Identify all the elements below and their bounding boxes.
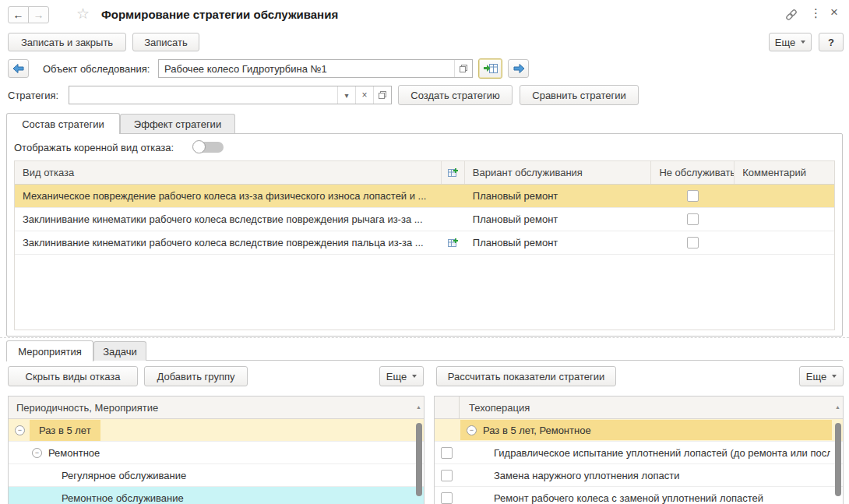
column-header-no-service[interactable]: Не обслуживать xyxy=(651,161,735,184)
hide-failure-kinds-label: Скрыть виды отказа xyxy=(26,371,121,382)
operation-label: Гидравлическое испытание уплотнений лопа… xyxy=(494,442,830,463)
operation-checkbox[interactable] xyxy=(441,447,453,459)
events-scrollbar-thumb[interactable] xyxy=(416,423,422,496)
compare-strategies-button[interactable]: Сравнить стратегии xyxy=(520,85,639,105)
toggle-knob xyxy=(192,140,206,153)
column-header-failure-kind[interactable]: Вид отказа xyxy=(15,161,442,184)
next-object-button[interactable] xyxy=(508,59,529,78)
operations-more-button[interactable]: Еще xyxy=(799,366,844,386)
strategy-label: Стратегия: xyxy=(8,90,58,101)
maintenance-strategy-window: ← → ☆ Формирование стратегии обслуживани… xyxy=(0,0,849,504)
compare-strategies-label: Сравнить стратегии xyxy=(532,90,625,101)
operation-checkbox[interactable] xyxy=(441,492,453,504)
operations-scrollbar-thumb[interactable] xyxy=(835,423,841,496)
ops-row-1[interactable]: Гидравлическое испытание уплотнений лопа… xyxy=(435,442,843,464)
strategy-open-button[interactable] xyxy=(373,86,391,104)
events-header-label: Периодичность, Мероприятие xyxy=(9,402,158,414)
operations-panel-header[interactable]: Техоперация xyxy=(435,397,843,419)
tree-cell: Ремонтное обслуживание xyxy=(62,492,184,504)
no-service-checkbox[interactable] xyxy=(687,213,699,225)
tab-events[interactable]: Мероприятия xyxy=(6,340,93,361)
no-service-checkbox[interactable] xyxy=(687,190,699,202)
ops-group-label: Раз в 5 лет, Ремонтное xyxy=(483,425,591,436)
tree-cell: Регулярное обслуживание xyxy=(62,470,186,481)
failure-row-2[interactable]: Заклинивание кинематики рабочего колеса … xyxy=(15,208,834,231)
add-group-label: Добавить группу xyxy=(157,371,235,382)
failure-text: Механическое повреждение рабочего колеса… xyxy=(15,185,442,207)
events-more-button[interactable]: Еще xyxy=(379,366,424,386)
object-open-button[interactable] xyxy=(454,60,472,77)
ops-row-2[interactable]: Замена наружного уплотнения лопасти xyxy=(435,464,843,487)
collapse-icon[interactable]: − xyxy=(467,425,477,435)
prev-object-button[interactable] xyxy=(8,59,29,78)
close-icon[interactable]: × xyxy=(830,5,838,20)
add-group-button[interactable]: Добавить группу xyxy=(144,366,248,386)
chevron-down-icon xyxy=(832,375,837,378)
service-variant: Плановый ремонт xyxy=(465,208,652,231)
table-green-arrow-icon xyxy=(483,62,498,75)
toolbar-more-button[interactable]: Еще xyxy=(769,33,812,51)
chevron-down-icon xyxy=(412,375,417,378)
create-strategy-button[interactable]: Создать стратегию xyxy=(398,85,513,105)
events-panel-header[interactable]: Периодичность, Мероприятие xyxy=(9,397,424,419)
nav-back-button[interactable]: ← xyxy=(8,6,29,23)
tree-cell: Раз в 5 лет xyxy=(30,420,100,441)
scroll-up-icon[interactable]: ▲ xyxy=(835,404,840,410)
open-form-icon xyxy=(460,65,467,72)
column-header-comment[interactable]: Комментарий xyxy=(735,161,834,184)
blue-right-arrow-icon xyxy=(512,62,526,75)
help-button[interactable]: ? xyxy=(819,33,844,51)
show-failure-list-button[interactable] xyxy=(478,58,502,79)
hide-failure-kinds-button[interactable]: Скрыть виды отказа xyxy=(8,366,138,386)
operations-header-label: Техоперация xyxy=(460,402,530,414)
link-icon xyxy=(784,7,799,23)
get-link-icon[interactable] xyxy=(784,7,799,25)
object-value: Рабочее колесо Гидротурбина №1 xyxy=(159,60,454,77)
show-root-failure-toggle[interactable] xyxy=(192,140,224,154)
tab-strategy-composition[interactable]: Состав стратегии xyxy=(6,113,120,134)
tree-row-event[interactable]: Регулярное обслуживание xyxy=(9,464,424,487)
calculate-strategy-button[interactable]: Рассчитать показатели стратегии xyxy=(436,366,616,386)
column-header-service-variant[interactable]: Вариант обслуживания xyxy=(465,161,652,184)
tab-strategy-effect[interactable]: Эффект стратегии xyxy=(120,114,235,133)
collapse-icon[interactable]: − xyxy=(15,425,25,435)
operation-checkbox[interactable] xyxy=(441,470,453,481)
horizontal-splitter[interactable] xyxy=(0,337,849,338)
ops-row-group[interactable]: − Раз в 5 лет, Ремонтное xyxy=(435,419,843,442)
tree-row-event-highlighted[interactable]: Ремонтное обслуживание xyxy=(9,487,424,504)
chevron-down-icon: ▾ xyxy=(344,91,348,100)
ops-row-3[interactable]: Ремонт рабочего колеса с заменой уплотне… xyxy=(435,487,843,504)
grid-plus-icon xyxy=(447,167,459,178)
checkbox-column-header xyxy=(435,397,460,418)
strategy-field[interactable]: ▾ × xyxy=(69,86,392,104)
strategy-value xyxy=(69,86,337,104)
page-title: Формирование стратегии обслуживания xyxy=(101,8,338,21)
object-label: Объект обследования: xyxy=(43,63,150,75)
save-and-close-button[interactable]: Записать и закрыть xyxy=(8,33,126,51)
collapse-icon[interactable]: − xyxy=(32,448,42,458)
failure-row-1[interactable]: Механическое повреждение рабочего колеса… xyxy=(15,185,834,208)
events-panel: Периодичность, Мероприятие ▲ − Раз в 5 л… xyxy=(8,396,424,504)
save-button[interactable]: Записать xyxy=(132,33,199,51)
operations-more-label: Еще xyxy=(806,371,826,382)
column-header-icon[interactable] xyxy=(442,161,465,184)
ops-group-cell: − Раз в 5 лет, Ремонтное xyxy=(460,420,832,440)
no-service-checkbox[interactable] xyxy=(687,237,699,248)
scroll-up-icon[interactable]: ▲ xyxy=(416,404,421,410)
object-field[interactable]: Рабочее колесо Гидротурбина №1 xyxy=(158,59,473,78)
failure-row-3[interactable]: Заклинивание кинематики рабочего колеса … xyxy=(15,231,834,255)
calculate-strategy-label: Рассчитать показатели стратегии xyxy=(448,371,605,382)
blue-left-arrow-icon xyxy=(12,62,26,75)
tab-tasks[interactable]: Задачи xyxy=(93,341,146,361)
nav-forward-button[interactable]: → xyxy=(28,6,49,23)
favorite-star-icon[interactable]: ☆ xyxy=(76,5,90,23)
clear-icon: × xyxy=(361,90,367,100)
strategy-dropdown-button[interactable]: ▾ xyxy=(337,86,355,104)
window-menu-dots-icon[interactable]: ⋮ xyxy=(810,6,822,20)
tab-label: Задачи xyxy=(103,346,137,358)
strategy-clear-button[interactable]: × xyxy=(355,86,373,104)
tab-label: Состав стратегии xyxy=(22,118,104,130)
tree-row-group[interactable]: − Ремонтное xyxy=(9,442,424,464)
tree-row-period[interactable]: − Раз в 5 лет xyxy=(9,419,424,442)
save-label: Записать xyxy=(144,37,188,48)
